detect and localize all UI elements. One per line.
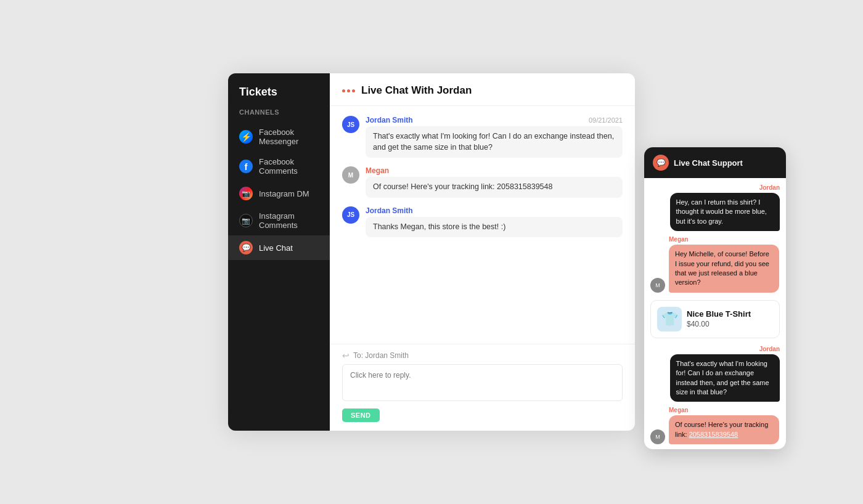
dot-3 bbox=[352, 89, 355, 92]
instagram-dm-icon: 📷 bbox=[239, 187, 253, 200]
avatar: M bbox=[650, 429, 665, 444]
message-bubble: That's exactly what I'm looking for! Can… bbox=[366, 126, 623, 158]
live-chat-icon: 💬 bbox=[239, 241, 253, 254]
product-card: 👕 Nice Blue T-Shirt $40.00 bbox=[650, 300, 780, 338]
sidebar: Tickets Channels ⚡ Facebook Messenger f … bbox=[228, 73, 330, 431]
popup-sender: Megan bbox=[650, 236, 780, 243]
app-container: Tickets Channels ⚡ Facebook Messenger f … bbox=[228, 73, 635, 431]
popup-bubble: Hey, can I return this shirt? I thought … bbox=[670, 193, 780, 231]
message-meta: Megan bbox=[366, 166, 623, 175]
message-date: 09/21/2021 bbox=[589, 116, 623, 124]
popup-sender: Jordan bbox=[650, 346, 780, 352]
list-item: Jordan Hey, can I return this shirt? I t… bbox=[650, 184, 780, 231]
product-image: 👕 bbox=[657, 307, 682, 331]
avatar: M bbox=[650, 278, 665, 293]
live-chat-popup: 💬 Live Chat Support Jordan Hey, can I re… bbox=[644, 147, 786, 449]
message-bubble: Thanks Megan, this store is the best! :) bbox=[366, 217, 623, 238]
popup-bubble: That's exactly what I'm looking for! Can… bbox=[670, 354, 780, 402]
popup-sender: Megan bbox=[650, 407, 780, 413]
popup-header-icon: 💬 bbox=[653, 155, 669, 171]
product-name: Nice Blue T-Shirt bbox=[687, 309, 751, 319]
avatar: JS bbox=[342, 206, 359, 224]
reply-area: ↩ To: Jordan Smith SEND bbox=[330, 344, 635, 431]
reply-to-icon: ↩ bbox=[342, 351, 350, 360]
list-item: Megan M Hey Michelle, of course! Before … bbox=[650, 236, 780, 293]
chat-messages: JS Jordan Smith 09/21/2021 That's exactl… bbox=[330, 106, 635, 344]
chat-header: Live Chat With Jordan bbox=[330, 73, 635, 106]
message-content: Jordan Smith 09/21/2021 That's exactly w… bbox=[366, 116, 623, 158]
list-item: Jordan That's exactly what I'm looking f… bbox=[650, 346, 780, 402]
sender-name: Megan bbox=[366, 166, 389, 175]
sidebar-item-label: Live Chat bbox=[259, 243, 293, 253]
table-row: M Megan Of course! Here's your tracking … bbox=[342, 166, 623, 198]
sidebar-item-label: Instagram DM bbox=[259, 189, 309, 198]
popup-bubble: Of course! Here's your tracking link: 20… bbox=[669, 415, 779, 444]
bubble-row: M Of course! Here's your tracking link: … bbox=[650, 415, 780, 444]
facebook-icon: f bbox=[239, 160, 253, 173]
list-item: Megan M Of course! Here's your tracking … bbox=[650, 407, 780, 444]
popup-header-title: Live Chat Support bbox=[674, 158, 743, 168]
popup-messages: Jordan Hey, can I return this shirt? I t… bbox=[644, 178, 786, 449]
popup-header: 💬 Live Chat Support bbox=[644, 147, 786, 178]
dots-menu-icon[interactable] bbox=[342, 89, 355, 92]
tracking-link[interactable]: 2058315839548 bbox=[689, 431, 738, 438]
sidebar-item-facebook-messenger[interactable]: ⚡ Facebook Messenger bbox=[228, 122, 330, 152]
message-content: Megan Of course! Here's your tracking li… bbox=[366, 166, 623, 198]
table-row: JS Jordan Smith Thanks Megan, this store… bbox=[342, 206, 623, 238]
avatar: M bbox=[342, 166, 359, 184]
messenger-icon: ⚡ bbox=[239, 130, 253, 144]
popup-bubble: Hey Michelle, of course! Before I issue … bbox=[669, 245, 779, 293]
message-content: Jordan Smith Thanks Megan, this store is… bbox=[366, 206, 623, 238]
sidebar-item-live-chat[interactable]: 💬 Live Chat bbox=[228, 235, 330, 260]
message-bubble: Of course! Here's your tracking link: 20… bbox=[366, 177, 623, 198]
message-meta: Jordan Smith 09/21/2021 bbox=[366, 116, 623, 124]
table-row: JS Jordan Smith 09/21/2021 That's exactl… bbox=[342, 116, 623, 158]
chat-title: Live Chat With Jordan bbox=[361, 84, 472, 97]
popup-sender: Jordan bbox=[650, 184, 780, 191]
reply-to-label: To: Jordan Smith bbox=[353, 351, 409, 360]
sender-name: Jordan Smith bbox=[366, 116, 413, 124]
sidebar-title: Tickets bbox=[228, 86, 330, 108]
sidebar-item-label: Facebook Messenger bbox=[259, 128, 319, 146]
sidebar-item-instagram-dm[interactable]: 📷 Instagram DM bbox=[228, 181, 330, 206]
sender-name: Jordan Smith bbox=[366, 206, 413, 215]
message-meta: Jordan Smith bbox=[366, 206, 623, 215]
product-info: Nice Blue T-Shirt $40.00 bbox=[687, 309, 751, 328]
instagram-comments-icon: 📷 bbox=[239, 214, 253, 227]
product-price: $40.00 bbox=[687, 320, 751, 328]
sidebar-item-label: Facebook Comments bbox=[259, 157, 319, 176]
send-button[interactable]: SEND bbox=[342, 408, 380, 422]
sidebar-item-instagram-comments[interactable]: 📷 Instagram Comments bbox=[228, 206, 330, 235]
sidebar-item-facebook-comments[interactable]: f Facebook Comments bbox=[228, 152, 330, 181]
main-chat: Live Chat With Jordan JS Jordan Smith 09… bbox=[330, 73, 635, 431]
sidebar-item-label: Instagram Comments bbox=[259, 211, 319, 230]
reply-to: ↩ To: Jordan Smith bbox=[342, 351, 623, 360]
dot-1 bbox=[342, 89, 345, 92]
avatar: JS bbox=[342, 116, 359, 133]
bubble-row: M Hey Michelle, of course! Before I issu… bbox=[650, 245, 780, 293]
dot-2 bbox=[347, 89, 350, 92]
channels-label: Channels bbox=[228, 108, 330, 122]
reply-input[interactable] bbox=[342, 364, 623, 401]
